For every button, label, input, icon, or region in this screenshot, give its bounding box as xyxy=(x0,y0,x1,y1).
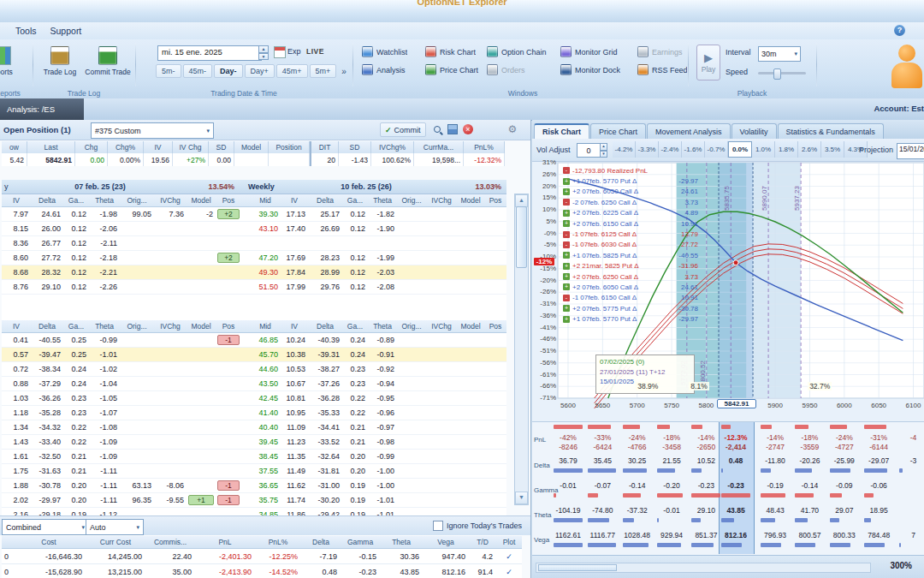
watchlist-button[interactable]: Watchlist xyxy=(359,45,421,59)
legend-item[interactable]: ++2 07feb. 6250 Call Δ3.73 xyxy=(563,271,698,282)
risk-chart-button[interactable]: Risk Chart xyxy=(423,45,483,59)
legend-item[interactable]: ++2 07feb. 6225 Call Δ4.89 xyxy=(563,208,698,218)
scroll-down-icon[interactable]: ▼ xyxy=(515,492,528,504)
close-icon[interactable]: × xyxy=(462,123,474,135)
table-row[interactable]: 8.6027.720.12-2.18+247.2017.6928.230.12-… xyxy=(2,251,506,265)
legend-item[interactable]: --1 07feb. 6150 Call Δ10.91 xyxy=(563,293,698,303)
vol-adjust-input[interactable]: 0 xyxy=(577,143,601,158)
legend-item[interactable]: ++1 07feb. 5770 Put Δ-29.97 xyxy=(563,176,698,186)
legend-item[interactable]: --2 07feb. 6250 Call Δ3.73 xyxy=(563,197,698,207)
nav-day--button[interactable]: Day- xyxy=(214,64,243,78)
tab-analysis-es[interactable]: Analysis: /ES xyxy=(0,98,84,120)
vol-step-4.2[interactable]: -4.2% xyxy=(613,141,636,158)
spin-down-icon[interactable]: ▼ xyxy=(258,53,269,61)
nav-45m--button[interactable]: 45m+ xyxy=(276,64,308,78)
legend-item[interactable]: ++1 07feb. 5825 Put Δ-40.55 xyxy=(563,250,698,260)
speed-slider[interactable] xyxy=(758,72,806,74)
tab-risk-chart[interactable]: Risk Chart xyxy=(534,123,589,139)
checkbox-icon[interactable] xyxy=(433,521,443,531)
vol-step-2.6[interactable]: 2.6% xyxy=(798,141,821,158)
exp-toggle[interactable]: Exp xyxy=(287,47,301,56)
table-row[interactable]: 8.3626.770.12-2.11 xyxy=(2,236,506,251)
vol-step-3.5[interactable]: 3.5% xyxy=(821,141,844,158)
spin-down-icon[interactable]: ▼ xyxy=(600,151,607,158)
date-spinner[interactable]: ▲▼ xyxy=(258,45,269,60)
search-icon[interactable] xyxy=(431,123,443,135)
risk-chart[interactable]: 5772.025800.525835.755890.075937.2331%26… xyxy=(532,161,924,420)
commit-button[interactable]: ✓ Commit xyxy=(380,122,426,137)
table-row[interactable]: 0.57-39.470.25-1.0145.7010.38-39.310.24-… xyxy=(2,348,506,362)
vol-step-1.6[interactable]: -1.6% xyxy=(682,141,705,158)
option-chain-button[interactable]: Option Chain xyxy=(484,45,556,59)
reports-button[interactable]: Reports xyxy=(0,42,14,88)
tab-statistics-fundamentals[interactable]: Statistics & Fundamentals xyxy=(778,123,884,139)
title-bar[interactable]: OptionNET Explorer xyxy=(0,0,924,23)
legend-item[interactable]: ++2 21mar. 5825 Put Δ-31.96 xyxy=(563,261,698,271)
vol-step-1.0[interactable]: 1.0% xyxy=(752,141,775,158)
table-row[interactable]: 1.34-34.320.22-1.0840.4011.09-34.410.21-… xyxy=(2,420,506,435)
legend-item[interactable]: ++2 07feb. 6150 Call Δ10.91 xyxy=(563,218,698,229)
table-row[interactable]: 0-15,628.9013,215.0035.00-2,413.90-14.52… xyxy=(2,564,522,578)
table-row[interactable]: 8.7629.100.12-2.2651.5017.9929.760.12-2.… xyxy=(2,280,506,295)
vol-step-0.0[interactable]: 0.0% xyxy=(728,141,752,158)
tab-movement-analysis[interactable]: Movement Analysis xyxy=(647,123,731,139)
legend-item[interactable]: ++2 07feb. 6050 Call Δ24.61 xyxy=(563,187,698,197)
table-row[interactable]: 8.6828.320.12-2.2149.3017.8428.990.12-2.… xyxy=(2,265,506,280)
gear-icon[interactable]: ⚙ xyxy=(506,123,518,135)
spin-up-icon[interactable]: ▲ xyxy=(600,143,607,151)
rss-feed-button[interactable]: RSS Feed xyxy=(635,63,690,77)
trading-date-input[interactable]: mi. 15 ene. 2025 xyxy=(157,45,262,61)
vol-step-1.8[interactable]: 1.8% xyxy=(775,141,798,158)
table-row[interactable]: 2.02-29.970.20-1.1196.35-9.55+1-135.7511… xyxy=(2,493,506,508)
vol-step-3.3[interactable]: -3.3% xyxy=(636,141,659,158)
table-row[interactable]: 1.43-33.400.22-1.0939.4511.23-33.520.21-… xyxy=(2,435,506,450)
nav-5m--button[interactable]: 5m- xyxy=(156,64,181,78)
menu-item-support[interactable]: Support xyxy=(44,24,89,38)
table-row[interactable]: 1.18-35.280.23-1.0741.4010.95-35.330.22-… xyxy=(2,406,506,420)
tab-price-chart[interactable]: Price Chart xyxy=(590,123,646,139)
nav-day--button[interactable]: Day+ xyxy=(245,64,275,78)
vol-step-0.7[interactable]: -0.7% xyxy=(705,141,728,158)
table-row[interactable]: 7.9724.610.12-1.9899.057.36-2+239.3017.1… xyxy=(2,207,506,222)
interval-select[interactable]: 30m▾ xyxy=(758,46,801,62)
layers-icon[interactable] xyxy=(447,123,459,135)
scrollbar-thumb[interactable] xyxy=(516,206,527,268)
auto-select[interactable]: Auto▾ xyxy=(86,519,144,535)
legend-item[interactable]: --1 07feb. 6125 Call Δ13.79 xyxy=(563,229,698,239)
table-row[interactable]: 0-16,646.3014,245.0022.40-2,401.30-12.25… xyxy=(2,549,522,564)
scrollbar-thumb[interactable] xyxy=(538,564,617,571)
table-row[interactable]: 1.03-36.260.23-1.0542.4510.81-36.280.22-… xyxy=(2,391,506,406)
slider-thumb[interactable] xyxy=(773,69,781,80)
table-row[interactable]: 0.72-38.340.24-1.0244.6010.53-38.270.23-… xyxy=(2,362,506,377)
legend-item[interactable]: ++2 07feb. 6050 Call Δ24.61 xyxy=(563,282,698,292)
trade-log-button[interactable]: Trade Log xyxy=(36,42,84,88)
scroll-up-icon[interactable]: ▲ xyxy=(515,194,528,207)
vol-adjust-spinner[interactable]: ▲▼ xyxy=(600,143,607,158)
price-chart-button[interactable]: Price Chart xyxy=(423,63,483,77)
tab-volatility[interactable]: Volatility xyxy=(732,123,777,139)
monitor-dock-button[interactable]: Monitor Dock xyxy=(558,63,633,77)
table-row[interactable]: 0.88-37.290.24-1.0443.5010.67-37.260.23-… xyxy=(2,377,506,391)
position-select[interactable]: #375 Custom▾ xyxy=(91,122,214,139)
calendar-icon[interactable] xyxy=(274,46,286,58)
ignore-todays-trades[interactable]: Ignore Today's Trades xyxy=(433,521,522,531)
legend-item[interactable]: ++2 07feb. 5775 Put Δ-30.78 xyxy=(563,303,698,313)
chain-expiry-header[interactable]: y 07 feb. 25 (23) 13.54% Weekly 10 feb. … xyxy=(2,180,506,194)
horizontal-scrollbar[interactable] xyxy=(536,563,871,573)
projection-date-input[interactable]: 15/01/2025 xyxy=(897,143,924,159)
nav-forward-chevron-icon[interactable]: » xyxy=(338,67,350,76)
monitor-grid-button[interactable]: Monitor Grid xyxy=(558,45,633,59)
menu-item-tools[interactable]: Tools xyxy=(9,24,44,38)
legend-item[interactable]: --1 07feb. 6030 Call Δ27.72 xyxy=(563,240,698,250)
chain-scrollbar[interactable]: ▲ ▼ xyxy=(514,194,529,505)
nav-45m--button[interactable]: 45m- xyxy=(183,64,213,78)
analysis-button[interactable]: Analysis xyxy=(359,63,421,77)
combined-select[interactable]: Combined▾ xyxy=(2,519,89,535)
table-row[interactable]: 8.1526.000.12-2.0643.1017.4026.690.12-1.… xyxy=(2,222,506,236)
nav-5m--button[interactable]: 5m+ xyxy=(310,64,337,78)
spin-up-icon[interactable]: ▲ xyxy=(258,45,269,53)
play-button[interactable]: ▶ Play xyxy=(696,45,720,80)
table-row[interactable]: 1.61-32.500.21-1.0938.4511.35-32.640.20-… xyxy=(2,450,506,464)
commit-trade-button[interactable]: Commit Trade xyxy=(84,42,132,88)
help-icon[interactable]: ? xyxy=(894,25,905,36)
